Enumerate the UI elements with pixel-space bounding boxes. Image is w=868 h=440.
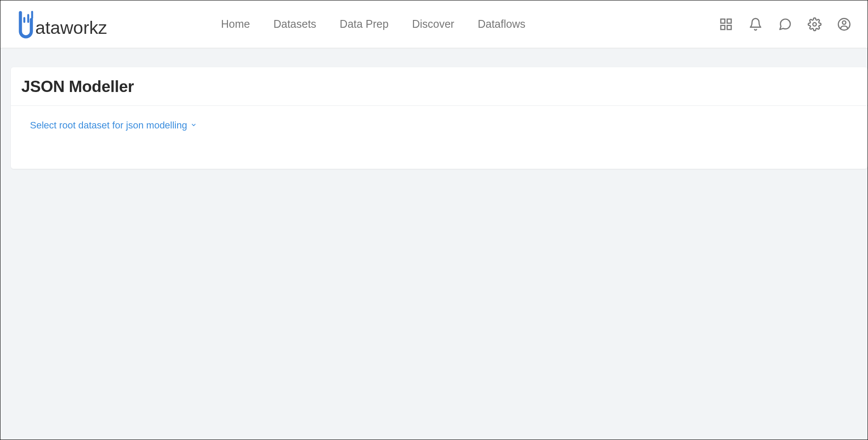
dataworkz-logo-icon: ataworkz bbox=[13, 9, 130, 40]
svg-point-10 bbox=[842, 21, 846, 24]
brand-logo[interactable]: ataworkz bbox=[13, 9, 221, 40]
svg-point-8 bbox=[813, 23, 816, 26]
svg-rect-7 bbox=[727, 25, 731, 29]
svg-rect-5 bbox=[727, 19, 731, 23]
nav-menu: Home Datasets Data Prep Discover Dataflo… bbox=[221, 18, 525, 30]
panel-body: Select root dataset for json modelling bbox=[11, 106, 868, 149]
chevron-down-icon bbox=[191, 122, 197, 129]
top-header: ataworkz Home Datasets Data Prep Discove… bbox=[0, 0, 868, 48]
json-modeller-panel: JSON Modeller Select root dataset for js… bbox=[11, 67, 868, 169]
nav-home[interactable]: Home bbox=[221, 18, 250, 30]
svg-rect-6 bbox=[721, 25, 725, 29]
nav-discover[interactable]: Discover bbox=[412, 18, 454, 30]
svg-text:ataworkz: ataworkz bbox=[35, 17, 107, 37]
page-title: JSON Modeller bbox=[21, 78, 857, 96]
user-profile-icon[interactable] bbox=[837, 17, 851, 31]
nav-dataflows[interactable]: Dataflows bbox=[478, 18, 525, 30]
dropdown-label: Select root dataset for json modelling bbox=[30, 120, 187, 131]
root-dataset-dropdown[interactable]: Select root dataset for json modelling bbox=[30, 120, 848, 131]
panel-header: JSON Modeller bbox=[11, 67, 868, 106]
svg-rect-4 bbox=[721, 19, 725, 23]
content-area: JSON Modeller Select root dataset for js… bbox=[0, 48, 868, 169]
notifications-bell-icon[interactable] bbox=[749, 17, 762, 31]
header-icons bbox=[719, 17, 855, 31]
chat-bubble-icon[interactable] bbox=[778, 17, 792, 31]
nav-datasets[interactable]: Datasets bbox=[274, 18, 317, 30]
settings-gear-icon[interactable] bbox=[808, 17, 822, 31]
apps-grid-icon[interactable] bbox=[719, 17, 733, 31]
nav-data-prep[interactable]: Data Prep bbox=[340, 18, 389, 30]
